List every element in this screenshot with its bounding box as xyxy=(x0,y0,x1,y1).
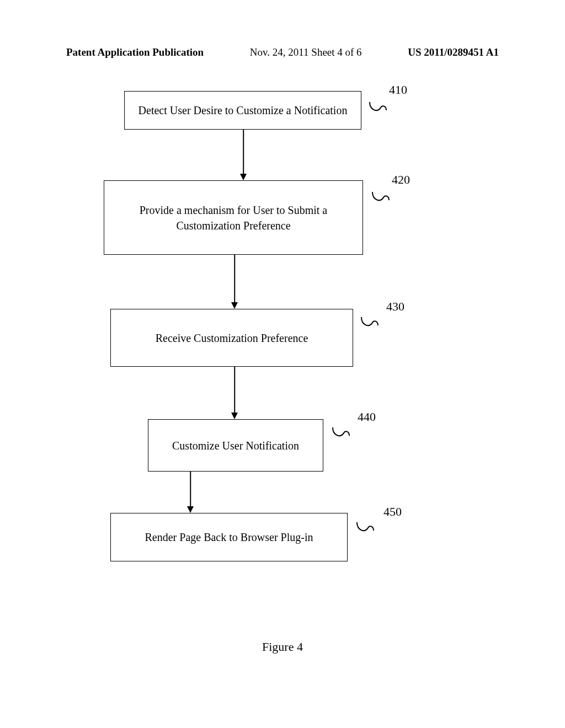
reference-num-440: 440 xyxy=(358,410,376,424)
header-docnum: US 2011/0289451 A1 xyxy=(408,46,499,58)
step-text-450: Render Page Back to Browser Plug-in xyxy=(145,529,313,545)
step-box-420: Provide a mechanism for User to Submit a… xyxy=(104,180,363,255)
step-text-430: Receive Customization Preference xyxy=(156,330,308,346)
step-text-420: Provide a mechanism for User to Submit a… xyxy=(110,202,357,233)
reference-num-430: 430 xyxy=(386,299,404,314)
arrow-440-450 xyxy=(190,472,191,513)
figure-caption: Figure 4 xyxy=(0,640,565,654)
header-publication: Patent Application Publication xyxy=(66,46,204,58)
arrow-420-430 xyxy=(234,255,235,309)
reference-squiggle-icon xyxy=(330,425,352,441)
step-text-440: Customize User Notification xyxy=(172,438,299,453)
reference-squiggle-icon xyxy=(359,314,381,331)
reference-squiggle-icon xyxy=(367,99,389,116)
reference-num-450: 450 xyxy=(383,505,402,519)
step-text-410: Detect User Desire to Customize a Notifi… xyxy=(138,103,348,118)
arrow-410-420 xyxy=(243,130,244,180)
step-box-410: Detect User Desire to Customize a Notifi… xyxy=(124,91,361,130)
arrow-430-440 xyxy=(234,367,235,419)
reference-squiggle-icon xyxy=(370,189,392,206)
reference-num-420: 420 xyxy=(392,173,410,187)
reference-squiggle-icon xyxy=(354,520,376,536)
flowchart-diagram: Detect User Desire to Customize a Notifi… xyxy=(0,83,565,634)
header-date-sheet: Nov. 24, 2011 Sheet 4 of 6 xyxy=(250,46,362,58)
step-box-450: Render Page Back to Browser Plug-in xyxy=(110,513,348,561)
reference-num-410: 410 xyxy=(389,83,407,97)
step-box-440: Customize User Notification xyxy=(148,419,323,472)
step-box-430: Receive Customization Preference xyxy=(110,309,353,367)
